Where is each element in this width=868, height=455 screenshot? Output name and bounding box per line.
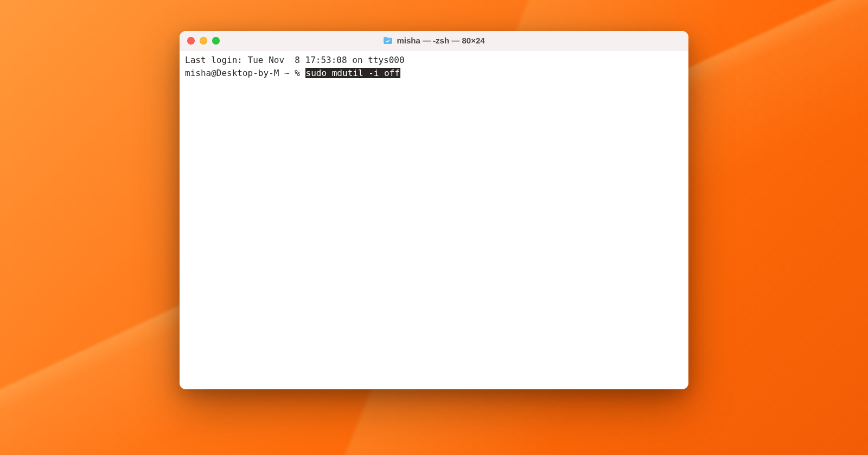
terminal-window: misha — -zsh — 80×24 Last login: Tue Nov… — [180, 31, 688, 389]
window-title-text: misha — -zsh — 80×24 — [397, 36, 484, 45]
maximize-icon[interactable] — [212, 37, 220, 45]
titlebar[interactable]: misha — -zsh — 80×24 — [180, 31, 688, 50]
folder-icon — [383, 36, 393, 45]
terminal-body[interactable]: Last login: Tue Nov 8 17:53:08 on ttys00… — [180, 50, 688, 389]
close-icon[interactable] — [187, 37, 195, 45]
prompt-text: misha@Desktop-by-M ~ % — [185, 68, 305, 78]
prompt-line: misha@Desktop-by-M ~ % sudo mdutil -i of… — [185, 67, 683, 80]
traffic-lights — [187, 37, 220, 45]
window-title: misha — -zsh — 80×24 — [180, 36, 688, 45]
command-text[interactable]: sudo mdutil -i off — [305, 68, 400, 78]
last-login-line: Last login: Tue Nov 8 17:53:08 on ttys00… — [185, 54, 683, 67]
minimize-icon[interactable] — [200, 37, 207, 45]
